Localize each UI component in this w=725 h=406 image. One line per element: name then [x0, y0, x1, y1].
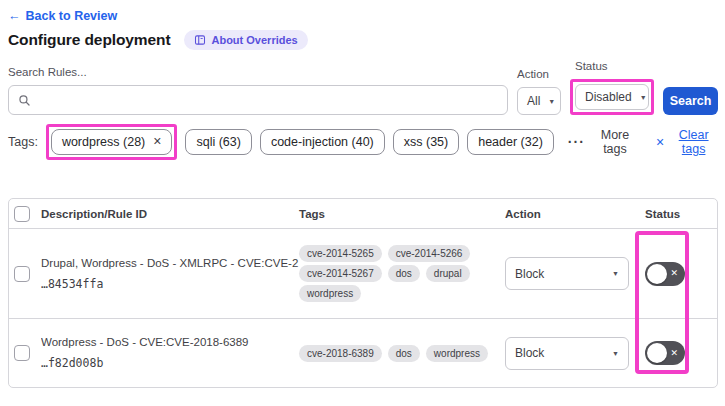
clear-tags-button[interactable]: × Clear tags: [656, 128, 718, 156]
table-row: Wordpress - DoS - CVE:CVE-2018-6389 …f82…: [9, 319, 717, 387]
rule-tag: drupal: [426, 265, 470, 282]
status-filter-label: Status: [575, 60, 654, 72]
table-row: Drupal, Wordpress - DoS - XMLRPC - CVE:C…: [9, 229, 717, 319]
rule-description: Wordpress - DoS - CVE:CVE-2018-6389: [41, 336, 299, 348]
row-checkbox[interactable]: [14, 266, 30, 282]
tag-filter-sqli[interactable]: sqli (63): [185, 129, 251, 155]
rule-status-toggle[interactable]: ✕: [645, 341, 685, 365]
tags-label: Tags:: [8, 135, 38, 149]
table-header-row: Description/Rule ID Tags Action Status: [9, 199, 717, 229]
selected-tag-highlight-box: wordpress (28) ×: [46, 124, 178, 160]
column-header-description: Description/Rule ID: [41, 208, 299, 220]
about-overrides-badge[interactable]: About Overrides: [184, 30, 307, 50]
rule-tags: cve-2014-5265 cve-2014-5266 cve-2014-526…: [299, 242, 499, 305]
rule-status-toggle[interactable]: ✕: [645, 262, 685, 286]
rule-tag: wordpress: [426, 345, 488, 362]
rule-tag: wordpress: [299, 285, 361, 302]
tag-filter-header[interactable]: header (32): [467, 129, 554, 155]
rule-tag: dos: [388, 345, 420, 362]
book-icon: [194, 34, 206, 46]
ellipsis-icon: ···: [568, 134, 585, 150]
more-tags-label: More tags: [592, 128, 638, 156]
rule-action-dropdown[interactable]: Block ▼: [505, 257, 629, 290]
search-rules-label: Search Rules...: [8, 66, 508, 78]
about-overrides-label: About Overrides: [211, 34, 297, 46]
toggle-off-x-icon: ✕: [670, 269, 678, 278]
search-button[interactable]: Search: [663, 87, 718, 115]
tag-filter-label: wordpress (28): [62, 135, 145, 149]
tags-filter-bar: Tags: wordpress (28) × sqli (63) code-in…: [8, 123, 718, 161]
action-filter-dropdown[interactable]: All ▼: [517, 87, 561, 115]
rule-id: …84534ffa: [41, 277, 299, 291]
rule-tag: cve-2018-6389: [299, 345, 382, 362]
column-header-action: Action: [499, 208, 639, 220]
toggle-knob: [647, 343, 667, 363]
action-filter-value: All: [527, 94, 540, 108]
rule-tag: cve-2014-5265: [299, 245, 382, 262]
chevron-down-icon: ▼: [612, 270, 619, 277]
row-checkbox[interactable]: [14, 345, 30, 361]
status-filter-highlight-box: Disabled ▼: [570, 79, 654, 115]
search-input-wrapper: [8, 85, 508, 115]
search-icon: [18, 94, 31, 107]
back-to-review-link[interactable]: ← Back to Review: [8, 9, 117, 23]
action-filter-label: Action: [517, 68, 561, 80]
rule-id: …f82d008b: [41, 356, 299, 370]
rule-tag: cve-2014-5266: [388, 245, 471, 262]
search-rules-input[interactable]: [38, 93, 498, 107]
rule-action-value: Block: [515, 267, 544, 281]
tag-filter-wordpress[interactable]: wordpress (28) ×: [51, 129, 173, 155]
tag-filter-code-injection[interactable]: code-injection (40): [260, 129, 385, 155]
select-all-checkbox[interactable]: [14, 206, 30, 222]
column-header-status: Status: [639, 208, 717, 220]
filter-bar: Search Rules... Action All ▼ Status Disa…: [8, 60, 718, 115]
remove-tag-icon[interactable]: ×: [153, 136, 161, 147]
rules-table: Description/Rule ID Tags Action Status D…: [8, 198, 718, 388]
status-filter-value: Disabled: [585, 90, 632, 104]
more-tags-button[interactable]: ··· More tags: [568, 128, 638, 156]
rule-action-dropdown[interactable]: Block ▼: [505, 337, 629, 370]
chevron-down-icon: ▼: [612, 350, 619, 357]
tag-filter-xss[interactable]: xss (35): [393, 129, 459, 155]
page-title: Configure deployment: [8, 31, 170, 49]
rule-tags: cve-2018-6389 dos wordpress: [299, 342, 499, 365]
back-link-label: Back to Review: [26, 9, 118, 23]
toggle-off-x-icon: ✕: [670, 349, 678, 358]
rule-tag: dos: [388, 265, 420, 282]
rule-tag: cve-2014-5267: [299, 265, 382, 282]
clear-tags-label: Clear tags: [669, 128, 718, 156]
chevron-down-icon: ▼: [640, 94, 647, 101]
rule-action-value: Block: [515, 346, 544, 360]
column-header-tags: Tags: [299, 208, 499, 220]
chevron-down-icon: ▼: [548, 98, 555, 105]
toggle-knob: [647, 264, 667, 284]
status-filter-dropdown[interactable]: Disabled ▼: [575, 84, 649, 110]
back-arrow-icon: ←: [8, 9, 21, 23]
configure-deployment-page: ← Back to Review Configure deployment Ab…: [0, 0, 725, 406]
rule-description: Drupal, Wordpress - DoS - XMLRPC - CVE:C…: [41, 257, 299, 269]
title-row: Configure deployment About Overrides: [8, 30, 718, 50]
clear-icon: ×: [656, 134, 664, 150]
